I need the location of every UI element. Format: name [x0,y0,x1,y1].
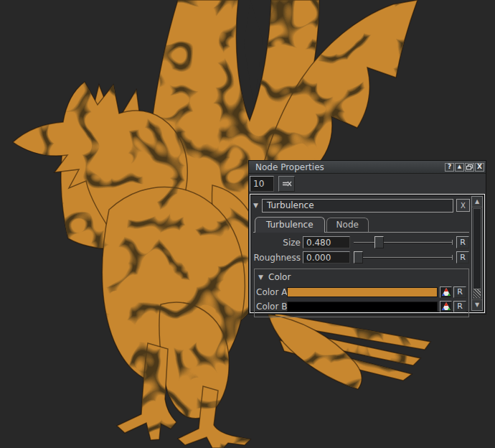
roughness-slider-handle[interactable] [354,251,363,263]
remove-node-button[interactable]: X [456,199,470,212]
panel-title: Node Properties [255,162,444,173]
edit-value-button[interactable] [278,176,295,192]
color-b-reset-button[interactable]: R [453,301,466,312]
size-slider-handle[interactable] [374,236,384,248]
collapse-color-icon[interactable]: ▼ [258,274,268,281]
color-a-swatch[interactable] [287,287,438,297]
panel-titlebar[interactable]: Node Properties ? ▲ X [249,161,486,174]
scroll-down-icon: ▼ [475,302,479,308]
scroll-down-button[interactable]: ▼ [472,299,482,310]
tab-node[interactable]: Node [326,218,369,232]
turbulence-tab-page: Size 0.480 R Roughness 0.000 [253,232,469,317]
scrollbar-trough[interactable] [473,208,481,299]
restore-button[interactable] [465,163,474,172]
size-reset-button[interactable]: R [456,236,469,248]
collapse-node-icon[interactable]: ▼ [253,202,262,209]
scroll-up-button[interactable]: ▲ [472,197,482,207]
window-restore-icon [466,164,473,170]
rgb-triangle-icon [442,302,451,310]
node-content-frame: ▼ Turbulence X Turbulence Node Size 0.48… [250,194,485,313]
size-slider[interactable] [354,236,453,248]
color-group-header: ▼ Color [258,271,466,283]
size-row: Size 0.480 R [253,235,469,250]
color-a-label: Color A [256,287,287,297]
color-a-row: Color A R [256,285,466,299]
roughness-value-field[interactable]: 0.000 [303,251,350,263]
roughness-row: Roughness 0.000 R [253,250,469,265]
scrollbar-thumb[interactable] [473,289,481,298]
color-b-label: Color B [256,302,287,312]
tab-turbulence[interactable]: Turbulence [255,217,325,233]
close-icon: X [477,164,482,170]
size-label: Size [253,238,301,248]
node-properties-panel: Node Properties ? ▲ X 10 ▼ Turbulence X [248,160,486,314]
color-group-label: Color [268,272,291,282]
roughness-reset-button[interactable]: R [456,251,469,263]
expression-icon [282,180,292,187]
roughness-slider-track [354,257,453,258]
color-b-swatch[interactable] [287,302,438,312]
size-slider-track [354,242,453,243]
node-id-field[interactable]: 10 [250,176,274,192]
roughness-slider[interactable] [354,251,453,263]
roughness-label: Roughness [253,253,301,263]
color-a-picker-button[interactable] [440,286,452,298]
close-button[interactable]: X [475,163,484,172]
help-button[interactable]: ? [445,163,454,172]
minimize-button[interactable]: ▲ [455,163,464,172]
color-a-reset-button[interactable]: R [453,286,466,298]
node-name-field[interactable]: Turbulence [262,199,453,213]
color-b-row: Color B R [256,299,466,313]
rgb-triangle-icon [442,288,451,296]
scroll-up-icon: ▲ [475,199,479,205]
panel-scrollbar[interactable]: ▲ ▼ [471,196,483,311]
node-tabs: Turbulence Node [255,217,470,232]
minimize-icon: ▲ [458,164,461,169]
help-icon: ? [448,164,451,170]
color-group: ▼ Color Color A [254,269,469,317]
size-value-field[interactable]: 0.480 [303,236,350,248]
color-b-picker-button[interactable] [440,301,452,312]
panel-toolbar: 10 [249,174,486,194]
node-header-row: ▼ Turbulence X [253,198,470,213]
